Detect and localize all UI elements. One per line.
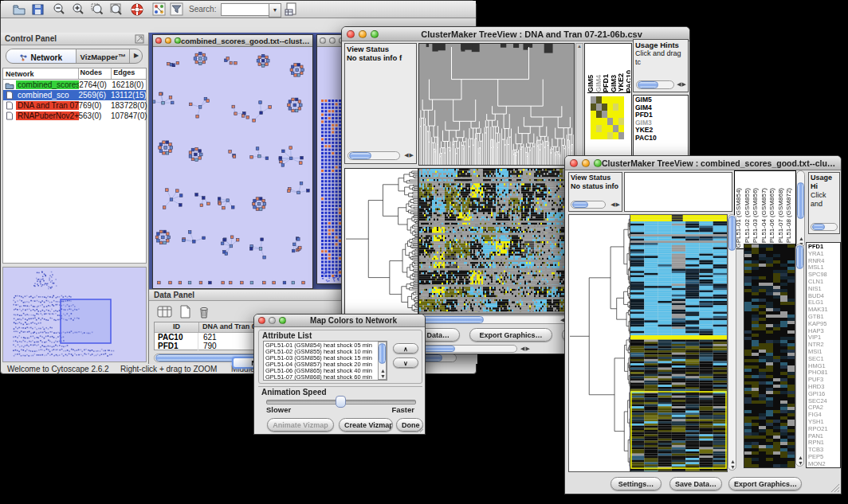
zoom-fit-icon[interactable] (109, 2, 124, 17)
network-row[interactable]: combined_sco2569(6)13112(15) (3, 90, 146, 100)
tv2-view-status-scroll-arrows[interactable]: ◀▶ (610, 201, 621, 208)
tv2-array-label[interactable]: GPL51-08 (GSM872) (785, 188, 794, 248)
network-name: combined_scores_ (16, 80, 79, 89)
tv2-array-label[interactable]: GPL51-07 (GSM868) (777, 188, 786, 248)
float-panel-icon[interactable] (135, 34, 144, 44)
tv1-heatmap[interactable] (418, 168, 575, 315)
dialog-resize-grip[interactable] (416, 425, 424, 433)
tv1-zoom-heatmap[interactable] (591, 96, 624, 139)
net-minimize-button[interactable] (165, 37, 171, 44)
delete-attribute-icon[interactable] (197, 305, 211, 319)
dp-col-id[interactable]: ID (155, 322, 199, 332)
tv1-usage-scrollbar[interactable] (636, 80, 674, 89)
animate-vizmap-button[interactable]: Animate Vizmap (267, 418, 334, 432)
attribute-list-scrollbar[interactable]: ▲▼ (378, 342, 387, 380)
tv1-bottom-scroll-arrows[interactable]: ◀▶ (520, 346, 531, 352)
tv1-view-status-scrollbar[interactable] (347, 151, 400, 160)
tv2-minimize-button[interactable] (582, 159, 590, 167)
tv1-row-dendrogram[interactable] (344, 168, 418, 315)
tv2-array-label[interactable]: GPL51-02 (GSM855) (744, 188, 752, 248)
col-header-edges[interactable]: Edges (112, 68, 146, 79)
tv2-export-graphics-button[interactable]: Export Graphics… (728, 477, 802, 490)
tv1-array-label[interactable]: PAC10 (626, 70, 631, 92)
tv1-close-button[interactable] (347, 30, 355, 38)
tv2-zoom-vscrollbar[interactable]: ▲▼ (795, 244, 804, 467)
move-up-button[interactable]: ∧ (393, 343, 418, 354)
tab-network[interactable]: Network (6, 49, 77, 63)
tv2-array-label[interactable]: GPL51-04 (GSM857) (760, 188, 769, 248)
birdseye-view[interactable] (2, 267, 147, 362)
tv1-coldendro-scrollbar[interactable]: ▲ (575, 43, 583, 164)
attribute-list-item[interactable]: GPL51-07 (GSM868) heat shock 60 min (265, 374, 387, 381)
tv2-row-dendrogram[interactable] (568, 214, 631, 472)
network-overview-icon[interactable] (152, 2, 167, 17)
tv2-column-dendrogram[interactable] (624, 172, 732, 212)
open-file-icon[interactable] (12, 2, 26, 17)
tv2-gene-label[interactable]: MON2 (807, 461, 840, 468)
zoom-selected-icon[interactable] (90, 2, 104, 17)
tv1-view-status-line2: No status info f (347, 53, 402, 62)
network-row[interactable]: combined_scores_2764(0)16218(0) (3, 80, 146, 90)
tv2-zoom-heatmap[interactable] (744, 244, 795, 468)
tv1-column-dendrogram[interactable] (418, 43, 575, 166)
treeview-window-combined: ClusterMaker TreeView : combined_scores_… (564, 155, 842, 494)
tv2-heatmap-vscrollbar[interactable]: ▲▼ (728, 214, 736, 471)
new-attribute-icon[interactable] (178, 305, 192, 319)
save-session-icon[interactable] (31, 2, 45, 17)
tv1-minimize-button[interactable] (359, 30, 367, 38)
search-dropdown-button[interactable]: ▾ (269, 3, 281, 18)
tv1-zoom-button[interactable] (371, 30, 379, 38)
network-row[interactable]: DNA and Tran 07769(0)183728(0) (3, 100, 146, 111)
tab-overflow-button[interactable]: ▶ (129, 49, 143, 63)
attribute-select-icon[interactable] (157, 305, 173, 319)
tv2-gene-list: PFD1YRA1RNR4MSL1SPC98CLN1NIS1BUD4ELG1MAK… (806, 242, 841, 468)
zoom-in-icon[interactable] (71, 2, 85, 17)
tv1-usage-scroll-arrows[interactable]: ◀▶ (677, 81, 687, 88)
attribute-list: GPL51-01 (GSM854) heat shock 05 minGPL51… (263, 341, 387, 381)
move-down-button[interactable]: ∨ (393, 357, 418, 368)
tv1-export-graphics-button[interactable]: Export Graphics… (469, 328, 552, 342)
tv2-heatmap[interactable] (630, 214, 728, 472)
tv2-save-data-button[interactable]: Save Data… (669, 477, 722, 490)
col-header-nodes[interactable]: Nodes (79, 68, 112, 79)
network-nodes-count: 2569(6) (79, 91, 112, 100)
tv1-view-status-scroll-arrows[interactable]: ◀▶ (404, 152, 414, 158)
net-close-button[interactable] (155, 37, 162, 44)
tv2-view-status-scrollbar[interactable] (571, 201, 606, 209)
tv2-array-scrollbar[interactable]: ▲▼ (796, 170, 805, 248)
tv2-usage-scrollbar[interactable] (811, 223, 838, 231)
tab-vizmapper-label: VizMapper™ (80, 53, 126, 61)
dialog-minimize-button[interactable] (269, 317, 276, 324)
tv2-array-label[interactable]: GPL51-06 (GSM865) (768, 188, 777, 248)
grid-minimize-button[interactable] (329, 37, 336, 44)
network-view-window: combined_scores_good.txt--cluste... (152, 34, 313, 289)
zoom-out-icon[interactable] (52, 2, 66, 17)
tv2-settings-button[interactable]: Settings… (610, 477, 662, 490)
network-row[interactable]: RNAPuberNov2+563(0)107847(0) (3, 111, 146, 121)
network-edges-count: 107847(0) (111, 111, 146, 120)
col-header-network[interactable]: Network (3, 68, 79, 79)
tv2-zoom-button[interactable] (594, 159, 602, 167)
filter-icon[interactable] (170, 2, 184, 17)
tv1-bottom-scrollbar[interactable] (422, 345, 517, 353)
net-zoom-button[interactable] (175, 37, 181, 44)
tv2-array-label[interactable]: GPL51-03 (GSM856) (752, 188, 760, 248)
import-table-icon[interactable] (285, 2, 299, 17)
tv2-resize-grip[interactable] (830, 483, 840, 493)
search-input[interactable] (221, 3, 270, 16)
tv2-close-button[interactable] (570, 159, 578, 167)
network-canvas[interactable] (153, 47, 312, 288)
dialog-zoom-button[interactable] (279, 317, 286, 324)
tv2-view-status-line2: No status info (571, 182, 618, 190)
network-window-title: combined_scores_good.txt--cluste... (181, 37, 310, 45)
data-panel-title: Data Panel (154, 291, 194, 299)
network-name: DNA and Tran 07 (16, 101, 79, 110)
dialog-close-button[interactable] (258, 317, 265, 324)
tv1-gene-label[interactable]: PAC10 (634, 135, 688, 143)
grid-close-button[interactable] (320, 37, 326, 44)
tv1-heatmap-hscrollbar[interactable] (418, 315, 573, 324)
speed-slider-thumb[interactable] (336, 396, 346, 408)
tab-vizmapper[interactable]: VizMapper™ (77, 49, 129, 63)
help-lifering-icon[interactable] (130, 2, 144, 17)
create-vizmap-button[interactable]: Create Vizmap (339, 418, 393, 432)
